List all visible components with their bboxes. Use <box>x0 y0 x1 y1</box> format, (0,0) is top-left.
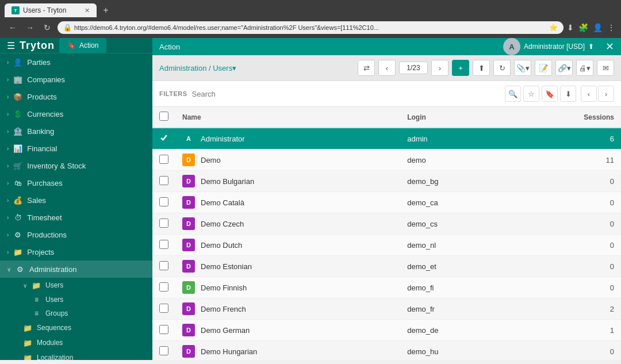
close-window-btn[interactable]: ✕ <box>605 40 614 53</box>
row-name: DDemo Bulgarian <box>175 171 400 192</box>
row-checkbox[interactable] <box>159 304 168 313</box>
chevron-down-icon: ∨ <box>23 282 27 289</box>
refresh-btn[interactable]: ↻ <box>493 60 511 76</box>
sidebar-item-purchases[interactable]: › 🛍 Purchases <box>0 174 152 191</box>
sidebar-item-banking[interactable]: › 🏦 Banking <box>0 122 152 140</box>
save-filter-btn[interactable]: 🔖 <box>542 86 558 102</box>
row-checkbox[interactable] <box>159 325 168 334</box>
attach-btn[interactable]: 📎▾ <box>514 60 531 76</box>
sidebar-item-inventory[interactable]: › 🛒 Inventory & Stock <box>0 157 152 174</box>
sidebar-item-currencies[interactable]: › 💲 Currencies <box>0 105 152 122</box>
chevron-right-icon: › <box>7 197 9 204</box>
new-tab-button[interactable]: + <box>99 3 113 17</box>
extensions-icon[interactable]: 🧩 <box>578 23 588 32</box>
settings-icon[interactable]: ⋮ <box>607 23 615 32</box>
administration-icon: ⚙ <box>16 265 25 274</box>
next-record-btn[interactable]: › <box>431 60 448 76</box>
col-header-name[interactable]: Name <box>175 107 400 128</box>
table-row[interactable]: DDemo Frenchdemo_fr2 <box>152 298 621 320</box>
sidebar-label-purchases: Purchases <box>27 179 62 187</box>
expand-icon[interactable]: ⬆ <box>588 43 594 51</box>
row-checkbox[interactable] <box>159 219 168 228</box>
col-header-login[interactable]: Login <box>400 107 512 128</box>
user-avatar-btn[interactable]: A <box>503 38 520 55</box>
content-toolbar: Administration / Users▾ ⇄ ‹ 1/23 › + ⬆ ↻… <box>152 55 621 81</box>
row-checkbox[interactable] <box>159 240 168 249</box>
sidebar-subitem-users[interactable]: ≡ Users <box>28 293 152 306</box>
filter-prev-btn[interactable]: ‹ <box>581 86 597 102</box>
add-record-btn[interactable]: + <box>452 60 469 76</box>
banking-icon: 🏦 <box>13 127 22 136</box>
forward-button[interactable]: → <box>23 21 37 35</box>
row-checkbox[interactable] <box>159 346 168 355</box>
sidebar-item-productions[interactable]: › ⚙ Productions <box>0 226 152 243</box>
col-header-sessions[interactable]: Sessions <box>512 107 621 128</box>
active-tab[interactable]: T Users - Tryton ✕ <box>5 3 97 17</box>
sidebar-subitem-sequences[interactable]: 📁 Sequences <box>16 320 152 335</box>
users-table: Name Login Sessions AAdministratoradmin6… <box>152 107 621 360</box>
table-row[interactable]: DDemo Dutchdemo_nl0 <box>152 235 621 256</box>
bookmark-filter-btn[interactable]: ☆ <box>523 86 539 102</box>
sidebar-item-parties[interactable]: › 👤 Parties <box>0 53 152 71</box>
profile-icon[interactable]: 👤 <box>593 23 603 32</box>
browser-icons: ⬇ 🧩 👤 ⋮ <box>567 23 615 32</box>
link-btn[interactable]: 🔗▾ <box>555 60 573 76</box>
action-button[interactable]: 🔖 Action <box>59 38 106 53</box>
row-name: DDemo Dutch <box>175 235 400 256</box>
row-sessions: 2 <box>512 298 621 320</box>
sidebar-subitem-modules[interactable]: 📁 Modules <box>16 335 152 350</box>
sidebar-item-administration[interactable]: ∨ ⚙ Administration <box>0 260 152 278</box>
row-login: demo_et <box>400 256 512 277</box>
table-row[interactable]: DDemo Czechdemo_cs0 <box>152 213 621 235</box>
search-btn[interactable]: 🔍 <box>505 86 521 102</box>
note-btn[interactable]: 📝 <box>535 60 552 76</box>
sidebar-item-sales[interactable]: › 💰 Sales <box>0 191 152 209</box>
download-icon[interactable]: ⬇ <box>567 23 574 32</box>
back-button[interactable]: ← <box>6 21 20 35</box>
url-text: https://demo6.4.tryton.org/#demo6.4/mode… <box>74 24 547 31</box>
folder-icon: 📁 <box>23 353 32 360</box>
table-row[interactable]: DDemo Bulgariandemo_bg0 <box>152 171 621 192</box>
checkbox-header[interactable] <box>152 107 175 128</box>
sidebar-item-financial[interactable]: › 📊 Financial <box>0 140 152 157</box>
print-btn[interactable]: 🖨▾ <box>576 60 593 76</box>
row-checkbox[interactable] <box>159 261 168 270</box>
table-row[interactable]: DDemo Estoniandemo_et0 <box>152 256 621 277</box>
row-checkbox[interactable] <box>159 133 168 143</box>
sidebar-subitem-users-group[interactable]: ∨ 📁 Users <box>16 278 152 293</box>
menu-toggle-icon[interactable]: ☰ <box>7 40 15 51</box>
table-row[interactable]: DDemo Catalàdemo_ca0 <box>152 192 621 213</box>
row-checkbox[interactable] <box>159 282 168 292</box>
filter-next-btn[interactable]: › <box>598 86 614 102</box>
sidebar-item-timesheet[interactable]: › ⏱ Timesheet <box>0 209 152 226</box>
table-row[interactable]: DDemo Hungariandemo_hu0 <box>152 341 621 361</box>
switch-view-btn[interactable]: ⇄ <box>358 60 375 76</box>
search-input[interactable] <box>192 90 500 98</box>
table-row[interactable]: DDemo Germandemo_de1 <box>152 320 621 341</box>
row-name: DDemo French <box>175 298 400 320</box>
prev-record-btn[interactable]: ‹ <box>378 60 396 76</box>
tab-favicon: T <box>12 6 20 14</box>
url-bar[interactable]: 🔒 https://demo6.4.tryton.org/#demo6.4/mo… <box>57 21 564 34</box>
breadcrumb[interactable]: Administration / Users▾ <box>159 64 236 72</box>
clear-filter-btn[interactable]: ⬇ <box>560 86 576 102</box>
sidebar-item-products[interactable]: › 📦 Products <box>0 88 152 105</box>
row-sessions: 0 <box>512 341 621 361</box>
refresh-button[interactable]: ↻ <box>40 21 54 35</box>
table-row[interactable]: DDemo Finnishdemo_fi0 <box>152 277 621 298</box>
export-btn[interactable]: ⬆ <box>473 60 490 76</box>
email-btn[interactable]: ✉ <box>597 60 614 76</box>
row-checkbox[interactable] <box>159 176 168 185</box>
sidebar-item-projects[interactable]: › 📁 Projects <box>0 243 152 260</box>
table-row[interactable]: DDemodemo11 <box>152 150 621 171</box>
sidebar-subitem-groups[interactable]: ≡ Groups <box>28 306 152 320</box>
select-all-checkbox[interactable] <box>159 112 168 121</box>
row-name: DDemo German <box>175 320 400 341</box>
tab-close-btn[interactable]: ✕ <box>85 7 90 14</box>
row-checkbox[interactable] <box>159 197 168 206</box>
row-checkbox[interactable] <box>159 155 168 164</box>
table-row[interactable]: AAdministratoradmin6 <box>152 128 621 150</box>
sidebar-subitem-localization[interactable]: 📁 Localization <box>16 350 152 360</box>
sidebar-item-companies[interactable]: › 🏢 Companies <box>0 71 152 88</box>
tab-bar: T Users - Tryton ✕ + <box>0 0 621 17</box>
